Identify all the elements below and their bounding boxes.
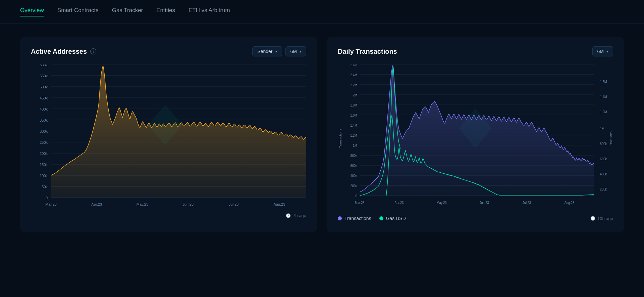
- period-dropdown-transactions[interactable]: 6M ▾: [592, 46, 613, 56]
- gas-usd-dot: [379, 216, 383, 220]
- daily-transactions-title: Daily Transactions: [338, 48, 397, 55]
- svg-text:Jun.23: Jun.23: [480, 201, 489, 205]
- legend-transactions: Transactions: [338, 216, 371, 221]
- svg-text:May.23: May.23: [437, 201, 447, 205]
- svg-text:2.6M: 2.6M: [350, 65, 357, 67]
- nav-item-smart-contracts[interactable]: Smart Contracts: [57, 7, 99, 16]
- svg-text:1.2M: 1.2M: [350, 134, 357, 137]
- svg-text:800k: 800k: [600, 142, 607, 146]
- sender-dropdown[interactable]: Sender ▾: [252, 46, 282, 56]
- svg-text:Apr.23: Apr.23: [394, 201, 404, 205]
- svg-text:200k: 200k: [40, 152, 48, 156]
- svg-text:1.2M: 1.2M: [600, 110, 607, 114]
- active-addresses-controls: Sender ▾ 6M ▾: [252, 46, 306, 56]
- svg-text:Aug.23: Aug.23: [565, 201, 575, 205]
- svg-text:1.6M: 1.6M: [600, 80, 607, 84]
- svg-text:600k: 600k: [600, 157, 607, 161]
- clock-icon: 🕐: [286, 213, 291, 218]
- active-addresses-header: Active Addresses i Sender ▾ 6M ▾: [31, 46, 306, 56]
- svg-text:0: 0: [46, 196, 48, 200]
- svg-text:350k: 350k: [40, 118, 48, 122]
- chevron-down-icon: ▾: [606, 50, 608, 53]
- period-dropdown-addresses[interactable]: 6M ▾: [285, 46, 306, 56]
- svg-text:1M: 1M: [600, 127, 604, 131]
- transactions-dot: [338, 216, 342, 220]
- svg-text:200k: 200k: [351, 184, 357, 188]
- svg-text:Mar.23: Mar.23: [45, 202, 57, 206]
- svg-text:400k: 400k: [600, 172, 607, 176]
- svg-text:May.23: May.23: [137, 202, 148, 206]
- svg-text:150k: 150k: [40, 163, 48, 167]
- svg-text:Jul.23: Jul.23: [523, 201, 531, 205]
- svg-text:250k: 250k: [40, 140, 48, 144]
- daily-transactions-controls: 6M ▾: [592, 46, 613, 56]
- svg-text:1.6M: 1.6M: [350, 114, 357, 117]
- svg-text:100k: 100k: [40, 174, 48, 178]
- active-addresses-title: Active Addresses i: [31, 48, 96, 55]
- nav-item-overview[interactable]: Overview: [20, 7, 44, 16]
- svg-text:0: 0: [356, 194, 357, 198]
- svg-text:1.4M: 1.4M: [600, 95, 607, 99]
- daily-transactions-panel: Daily Transactions 6M ▾: [327, 37, 624, 232]
- nav-bar: Overview Smart Contracts Gas Tracker Ent…: [0, 0, 644, 24]
- nav-item-entities[interactable]: Entities: [156, 7, 175, 16]
- svg-text:Mar.23: Mar.23: [355, 201, 364, 205]
- svg-text:2M: 2M: [353, 93, 357, 97]
- svg-text:2.2M: 2.2M: [350, 83, 357, 87]
- clock-icon: 🕐: [590, 216, 595, 221]
- svg-text:Gas USD: Gas USD: [609, 131, 613, 145]
- chevron-down-icon: ▾: [275, 50, 277, 53]
- legend-gas-usd: Gas USD: [379, 216, 406, 221]
- active-addresses-chart: 600k 550k 500k 450k 400k 350k 300k 250k …: [31, 65, 306, 209]
- daily-transactions-header: Daily Transactions 6M ▾: [338, 46, 613, 56]
- svg-text:550k: 550k: [40, 74, 48, 78]
- svg-text:200k: 200k: [600, 187, 607, 191]
- svg-text:50k: 50k: [42, 185, 48, 189]
- active-addresses-footer: 🕐 7h ago: [31, 213, 306, 218]
- svg-text:800k: 800k: [351, 154, 357, 158]
- daily-transactions-chart: 2.6M 2.4M 2.2M 2M 1.8M 1.6M 1.4M 1.2M 1M…: [338, 65, 613, 209]
- svg-text:Jul.23: Jul.23: [229, 202, 238, 206]
- svg-text:Transactions: Transactions: [339, 129, 342, 148]
- svg-text:Apr.23: Apr.23: [91, 202, 102, 206]
- svg-text:Jun.23: Jun.23: [182, 202, 194, 206]
- daily-transactions-legend: Transactions Gas USD: [338, 216, 406, 221]
- chevron-down-icon: ▾: [300, 50, 301, 53]
- info-icon[interactable]: i: [90, 48, 96, 54]
- active-addresses-panel: Active Addresses i Sender ▾ 6M ▾: [20, 37, 317, 232]
- charts-container: Active Addresses i Sender ▾ 6M ▾: [0, 24, 644, 245]
- svg-text:450k: 450k: [40, 96, 48, 100]
- svg-text:500k: 500k: [40, 85, 48, 89]
- svg-text:400k: 400k: [351, 174, 357, 178]
- svg-text:600k: 600k: [40, 65, 48, 67]
- svg-text:1M: 1M: [353, 144, 357, 147]
- nav-item-gas-tracker[interactable]: Gas Tracker: [112, 7, 143, 16]
- svg-text:Aug.23: Aug.23: [273, 202, 285, 206]
- svg-text:400k: 400k: [40, 107, 48, 111]
- daily-transactions-footer: 🕐 10h ago: [590, 216, 613, 221]
- svg-text:1.4M: 1.4M: [350, 124, 357, 127]
- nav-item-eth-vs-arbitrum[interactable]: ETH vs Arbitrum: [189, 7, 230, 16]
- svg-text:300k: 300k: [40, 129, 48, 133]
- svg-text:600k: 600k: [351, 164, 357, 168]
- svg-text:2.4M: 2.4M: [350, 73, 357, 77]
- svg-text:1.8M: 1.8M: [350, 103, 357, 107]
